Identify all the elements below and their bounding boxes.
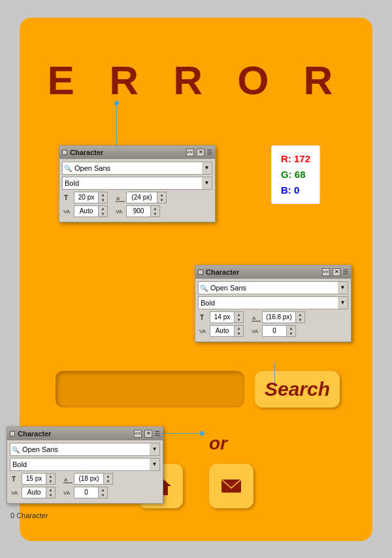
panel-2-collapse-icon[interactable] [198,270,203,275]
panel-2-size-row: T ▲ ▼ A [198,311,348,323]
panel-2-btn-close[interactable]: ✕ [333,268,340,276]
panel-1-size-field: ▲ ▼ [74,192,108,203]
panel-2-font-input[interactable] [198,281,348,294]
panel-1-btn-close[interactable]: ✕ [197,148,204,156]
panel-3-title-right: << ✕ ☰ [134,430,160,438]
mail-icon [220,474,243,498]
panel-3-style-row: Bold ▼ [10,458,160,471]
panel-2-size-down[interactable]: ▼ [235,317,243,323]
panel-3-collapse-icon[interactable] [10,431,15,436]
panel-1-kerning-input[interactable] [127,206,150,217]
panel-3-style-value: Bold [12,461,27,468]
panel-3-btn-left[interactable]: << [134,430,142,438]
panel-1-size-arrows: ▲ ▼ [98,192,107,203]
panel-1-leading-down[interactable]: ▼ [157,198,166,203]
panel-1-size-up[interactable]: ▲ [99,192,107,198]
panel-3-size-arrows: ▲ ▼ [46,474,55,484]
panel-1-title-left: Character [62,148,103,156]
panel-3-size-up[interactable]: ▲ [46,474,55,479]
character-panel-1: Character << ✕ ☰ 🔍 ▼ Bold ▼ [59,145,216,222]
panel-2-kerning-up[interactable]: ▲ [287,326,295,331]
panel-3-tracking-input[interactable] [22,487,46,498]
panel-3-leading-input[interactable] [74,474,103,484]
panel-1-tracking-up[interactable]: ▲ [99,206,107,211]
panel-3-menu-icon[interactable]: ☰ [155,430,160,437]
panel-2-font-row: 🔍 ▼ [198,281,348,294]
panel-3-font-dropdown[interactable]: ▼ [150,443,160,456]
panel-3-font-input[interactable] [10,443,160,456]
svg-text:T: T [200,314,204,321]
panel-2-size-up[interactable]: ▲ [235,312,243,317]
panel-3-style-select[interactable]: Bold [10,458,160,471]
panel-2-leading-spinbox: A ▲ ▼ [250,311,305,323]
leading-icon: A [114,192,126,203]
panel-3-size-row: T ▲ ▼ A [10,473,160,485]
panel-2-kerning-down[interactable]: ▼ [287,331,295,336]
connector-line-2 [274,363,275,383]
svg-text:VA: VA [11,490,18,496]
panel-1-style-dropdown[interactable]: ▼ [202,177,212,190]
panel-2-kerning-icon: VA [250,325,262,337]
panel-1-collapse-icon[interactable] [62,150,67,155]
search-area: Search [56,371,340,408]
panel-3-size-input[interactable] [22,474,46,484]
panel-2-leading-down[interactable]: ▼ [296,317,304,323]
panel-3-tracking-down[interactable]: ▼ [46,493,55,498]
panel-2-kerning-field: ▲ ▼ [262,325,296,337]
panel-2-style-value: Bold [201,299,215,307]
panel-2-tracking-up[interactable]: ▲ [235,326,243,331]
panel-1-leading-up[interactable]: ▲ [157,192,166,198]
panel-2-menu-icon[interactable]: ☰ [343,269,348,275]
panel-2-fontsize-icon: T [198,311,210,323]
panel-3-leading-up[interactable]: ▲ [104,474,112,479]
panel-3-tracking-spinbox: VA ▲ ▼ [10,487,56,498]
panel-1-btn-left[interactable]: << [186,148,194,156]
panel-3-fontsize-icon: T [10,473,22,485]
panel-3-size-field: ▲ ▼ [22,473,56,485]
panel-3-kerning-input[interactable] [74,487,98,498]
panel-2-size-arrows: ▲ ▼ [234,312,243,323]
panel-1-tracking-down[interactable]: ▼ [99,211,107,217]
panel-2-font-dropdown[interactable]: ▼ [338,281,348,294]
panel-3-size-down[interactable]: ▼ [46,479,55,484]
panel-2-size-input[interactable] [210,312,234,323]
panel-3-tracking-up[interactable]: ▲ [46,487,55,493]
panel-2-btn-left[interactable]: << [322,268,330,276]
panel-2-leading-up[interactable]: ▲ [296,312,304,317]
panel-1-font-dropdown[interactable]: ▼ [202,162,212,175]
panel-1-font-input[interactable] [62,162,212,175]
panel-2-style-row: Bold ▼ [198,296,348,309]
panel-3-leading-down[interactable]: ▼ [104,479,112,484]
panel-1-menu-icon[interactable]: ☰ [207,149,212,156]
panel-3-kerning-down[interactable]: ▼ [99,493,107,498]
panel-2-style-select[interactable]: Bold [198,296,348,309]
panel-1-kerning-down[interactable]: ▼ [151,211,159,217]
panel-2-title-text: Character [206,268,239,276]
panel-2-leading-input[interactable] [263,312,295,323]
panel-2-tracking-row: VA ▲ ▼ VA [198,325,348,337]
search-input-box[interactable] [56,371,244,408]
panel-1-kerning-up[interactable]: ▲ [151,206,159,211]
panel-2-tracking-down[interactable]: ▼ [235,331,243,336]
svg-text:A: A [252,315,256,321]
fontsize-icon: T [62,192,74,203]
panel-1-style-value: Bold [65,179,79,187]
panel-1-tracking-input[interactable] [74,206,98,217]
panel-2-tracking-input[interactable] [210,326,234,336]
panel-3-leading-icon: A [62,473,74,485]
panel-1-style-select[interactable]: Bold [62,177,212,190]
panel-2-kerning-input[interactable] [263,326,286,336]
panel-1-size-down[interactable]: ▼ [99,198,107,203]
svg-text:VA: VA [252,328,259,334]
panel-3-font-row: 🔍 ▼ [10,443,160,456]
panel-1-leading-input[interactable] [127,192,157,203]
panel-2-style-dropdown[interactable]: ▼ [338,296,348,309]
panel-3-kerning-up[interactable]: ▲ [99,487,107,493]
search-button[interactable]: Search [255,371,340,408]
mail-button[interactable] [209,464,253,508]
panel-3-leading-field: ▲ ▼ [74,473,113,485]
panel-3-style-dropdown[interactable]: ▼ [150,458,160,471]
panel-1-size-input[interactable] [74,192,98,203]
panel-3-btn-close[interactable]: ✕ [144,430,152,438]
panel-3-tracking-row: VA ▲ ▼ VA [10,487,160,498]
